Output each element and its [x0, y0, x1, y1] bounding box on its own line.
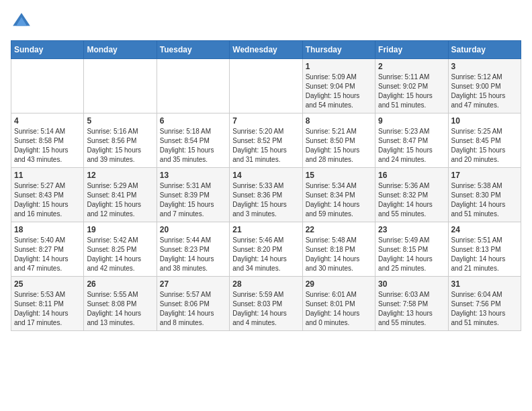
calendar-cell: 17Sunrise: 5:38 AM Sunset: 8:30 PM Dayli…	[448, 168, 521, 222]
day-number: 14	[232, 171, 299, 180]
calendar-cell: 25Sunrise: 5:53 AM Sunset: 8:11 PM Dayli…	[11, 277, 84, 331]
day-number: 25	[14, 279, 81, 289]
calendar-cell: 30Sunrise: 6:03 AM Sunset: 7:58 PM Dayli…	[375, 277, 448, 331]
day-number: 16	[378, 171, 445, 180]
day-info: Sunrise: 5:44 AM Sunset: 8:23 PM Dayligh…	[160, 236, 226, 273]
page-header	[11, 11, 521, 32]
calendar-cell: 10Sunrise: 5:25 AM Sunset: 8:45 PM Dayli…	[448, 113, 521, 168]
calendar-cell: 20Sunrise: 5:44 AM Sunset: 8:23 PM Dayli…	[157, 222, 229, 277]
day-info: Sunrise: 6:04 AM Sunset: 7:56 PM Dayligh…	[451, 290, 518, 328]
day-info: Sunrise: 5:53 AM Sunset: 8:11 PM Dayligh…	[14, 290, 81, 328]
day-info: Sunrise: 5:38 AM Sunset: 8:30 PM Dayligh…	[451, 181, 518, 219]
day-number: 15	[306, 171, 372, 180]
logo-icon	[11, 11, 32, 32]
calendar-cell: 9Sunrise: 5:23 AM Sunset: 8:47 PM Daylig…	[375, 113, 448, 168]
calendar-cell: 29Sunrise: 6:01 AM Sunset: 8:01 PM Dayli…	[302, 277, 375, 331]
week-row-3: 11Sunrise: 5:27 AM Sunset: 8:43 PM Dayli…	[11, 168, 521, 222]
day-header-monday: Monday	[84, 41, 157, 59]
calendar-cell: 6Sunrise: 5:18 AM Sunset: 8:54 PM Daylig…	[157, 113, 229, 168]
day-number: 6	[160, 116, 226, 126]
day-info: Sunrise: 5:31 AM Sunset: 8:39 PM Dayligh…	[160, 181, 226, 219]
day-info: Sunrise: 5:49 AM Sunset: 8:15 PM Dayligh…	[378, 236, 445, 273]
calendar-cell: 4Sunrise: 5:14 AM Sunset: 8:58 PM Daylig…	[11, 113, 84, 168]
calendar-cell: 28Sunrise: 5:59 AM Sunset: 8:03 PM Dayli…	[230, 277, 302, 331]
day-header-thursday: Thursday	[302, 41, 375, 59]
day-info: Sunrise: 5:09 AM Sunset: 9:04 PM Dayligh…	[306, 73, 372, 110]
day-number: 30	[378, 279, 445, 289]
calendar-cell	[11, 59, 84, 113]
calendar-cell: 23Sunrise: 5:49 AM Sunset: 8:15 PM Dayli…	[375, 222, 448, 277]
day-number: 7	[232, 116, 299, 126]
day-number: 18	[14, 225, 81, 234]
day-number: 3	[451, 62, 518, 71]
day-info: Sunrise: 5:27 AM Sunset: 8:43 PM Dayligh…	[14, 181, 81, 219]
week-row-2: 4Sunrise: 5:14 AM Sunset: 8:58 PM Daylig…	[11, 113, 521, 168]
day-info: Sunrise: 6:03 AM Sunset: 7:58 PM Dayligh…	[378, 290, 445, 328]
calendar-cell: 16Sunrise: 5:36 AM Sunset: 8:32 PM Dayli…	[375, 168, 448, 222]
day-number: 8	[306, 116, 372, 126]
day-number: 9	[378, 116, 445, 126]
calendar-cell: 3Sunrise: 5:12 AM Sunset: 9:00 PM Daylig…	[448, 59, 521, 113]
day-number: 21	[232, 225, 299, 234]
day-header-sunday: Sunday	[11, 41, 84, 59]
day-info: Sunrise: 5:51 AM Sunset: 8:13 PM Dayligh…	[451, 236, 518, 273]
calendar-cell: 14Sunrise: 5:33 AM Sunset: 8:36 PM Dayli…	[230, 168, 302, 222]
day-number: 24	[451, 225, 518, 234]
day-number: 27	[160, 279, 226, 289]
calendar-cell: 8Sunrise: 5:21 AM Sunset: 8:50 PM Daylig…	[302, 113, 375, 168]
day-info: Sunrise: 5:25 AM Sunset: 8:45 PM Dayligh…	[451, 127, 518, 165]
calendar-cell: 11Sunrise: 5:27 AM Sunset: 8:43 PM Dayli…	[11, 168, 84, 222]
day-number: 28	[232, 279, 299, 289]
day-number: 31	[451, 279, 518, 289]
calendar-cell: 2Sunrise: 5:11 AM Sunset: 9:02 PM Daylig…	[375, 59, 448, 113]
calendar-cell: 26Sunrise: 5:55 AM Sunset: 8:08 PM Dayli…	[84, 277, 157, 331]
day-number: 29	[306, 279, 372, 289]
calendar-cell: 1Sunrise: 5:09 AM Sunset: 9:04 PM Daylig…	[302, 59, 375, 113]
week-row-1: 1Sunrise: 5:09 AM Sunset: 9:04 PM Daylig…	[11, 59, 521, 113]
day-info: Sunrise: 5:20 AM Sunset: 8:52 PM Dayligh…	[232, 127, 299, 165]
calendar-cell: 24Sunrise: 5:51 AM Sunset: 8:13 PM Dayli…	[448, 222, 521, 277]
day-info: Sunrise: 5:36 AM Sunset: 8:32 PM Dayligh…	[378, 181, 445, 219]
day-header-friday: Friday	[375, 41, 448, 59]
day-info: Sunrise: 5:48 AM Sunset: 8:18 PM Dayligh…	[306, 236, 372, 273]
day-info: Sunrise: 5:34 AM Sunset: 8:34 PM Dayligh…	[306, 181, 372, 219]
calendar-cell	[157, 59, 229, 113]
day-number: 17	[451, 171, 518, 180]
calendar-cell: 12Sunrise: 5:29 AM Sunset: 8:41 PM Dayli…	[84, 168, 157, 222]
day-header-wednesday: Wednesday	[230, 41, 302, 59]
calendar-cell: 18Sunrise: 5:40 AM Sunset: 8:27 PM Dayli…	[11, 222, 84, 277]
day-number: 10	[451, 116, 518, 126]
calendar-cell: 31Sunrise: 6:04 AM Sunset: 7:56 PM Dayli…	[448, 277, 521, 331]
day-number: 2	[378, 62, 445, 71]
day-info: Sunrise: 5:46 AM Sunset: 8:20 PM Dayligh…	[232, 236, 299, 273]
day-info: Sunrise: 5:42 AM Sunset: 8:25 PM Dayligh…	[87, 236, 153, 273]
week-row-4: 18Sunrise: 5:40 AM Sunset: 8:27 PM Dayli…	[11, 222, 521, 277]
calendar-cell: 22Sunrise: 5:48 AM Sunset: 8:18 PM Dayli…	[302, 222, 375, 277]
day-info: Sunrise: 5:59 AM Sunset: 8:03 PM Dayligh…	[232, 290, 299, 328]
day-header-tuesday: Tuesday	[157, 41, 229, 59]
day-number: 26	[87, 279, 153, 289]
day-number: 11	[14, 171, 81, 180]
day-info: Sunrise: 5:12 AM Sunset: 9:00 PM Dayligh…	[451, 73, 518, 110]
day-info: Sunrise: 5:16 AM Sunset: 8:56 PM Dayligh…	[87, 127, 153, 165]
day-info: Sunrise: 5:40 AM Sunset: 8:27 PM Dayligh…	[14, 236, 81, 273]
day-number: 1	[306, 62, 372, 71]
week-row-5: 25Sunrise: 5:53 AM Sunset: 8:11 PM Dayli…	[11, 277, 521, 331]
day-number: 23	[378, 225, 445, 234]
day-info: Sunrise: 5:29 AM Sunset: 8:41 PM Dayligh…	[87, 181, 153, 219]
calendar-cell: 27Sunrise: 5:57 AM Sunset: 8:06 PM Dayli…	[157, 277, 229, 331]
day-info: Sunrise: 5:57 AM Sunset: 8:06 PM Dayligh…	[160, 290, 226, 328]
logo	[11, 11, 35, 32]
header-row: SundayMondayTuesdayWednesdayThursdayFrid…	[11, 41, 521, 59]
day-number: 19	[87, 225, 153, 234]
day-info: Sunrise: 5:33 AM Sunset: 8:36 PM Dayligh…	[232, 181, 299, 219]
day-header-saturday: Saturday	[448, 41, 521, 59]
calendar-table: SundayMondayTuesdayWednesdayThursdayFrid…	[11, 40, 521, 331]
day-number: 12	[87, 171, 153, 180]
day-info: Sunrise: 5:14 AM Sunset: 8:58 PM Dayligh…	[14, 127, 81, 165]
day-info: Sunrise: 6:01 AM Sunset: 8:01 PM Dayligh…	[306, 290, 372, 328]
day-info: Sunrise: 5:23 AM Sunset: 8:47 PM Dayligh…	[378, 127, 445, 165]
calendar-cell: 7Sunrise: 5:20 AM Sunset: 8:52 PM Daylig…	[230, 113, 302, 168]
day-info: Sunrise: 5:11 AM Sunset: 9:02 PM Dayligh…	[378, 73, 445, 110]
calendar-cell: 5Sunrise: 5:16 AM Sunset: 8:56 PM Daylig…	[84, 113, 157, 168]
